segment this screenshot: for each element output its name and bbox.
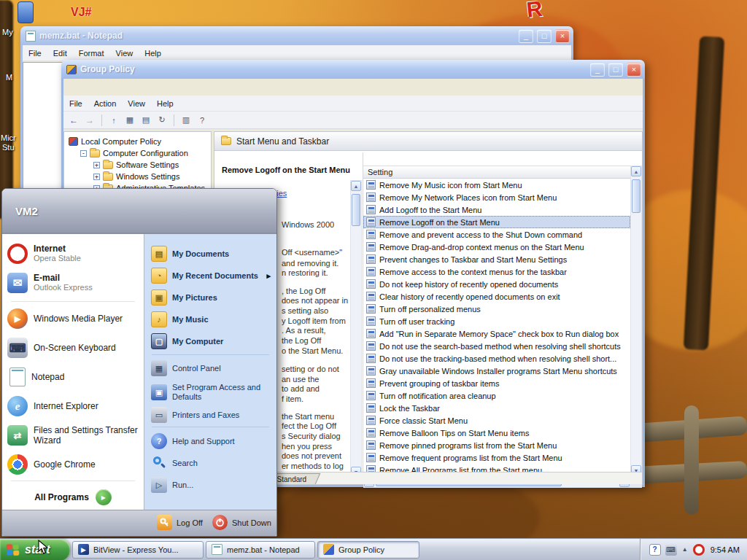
start-button[interactable]: start bbox=[0, 539, 70, 560]
taskbar-task-bitview[interactable]: ▶ BitView - Express You... bbox=[72, 541, 204, 559]
back-icon[interactable]: ← bbox=[66, 113, 81, 128]
scroll-up-icon[interactable]: ▲ bbox=[351, 181, 361, 191]
maximize-button[interactable]: □ bbox=[537, 29, 551, 43]
export-list-icon[interactable]: ▥ bbox=[179, 113, 193, 128]
help-icon[interactable]: ? bbox=[195, 113, 209, 128]
start-item-email[interactable]: ✉ E-mailOutlook Express bbox=[7, 269, 141, 297]
scrollbar-thumb[interactable] bbox=[352, 194, 360, 226]
start-item-control-panel[interactable]: ▦ Control Panel bbox=[151, 358, 272, 378]
setting-row[interactable]: Clear history of recently opened documen… bbox=[363, 290, 630, 303]
shut-down-button[interactable]: Shut Down bbox=[212, 515, 271, 530]
setting-row[interactable]: Remove and prevent access to the Shut Do… bbox=[363, 228, 630, 241]
menu-help[interactable]: Help bbox=[139, 45, 167, 61]
setting-row-selected[interactable]: Remove Logoff on the Start Menu bbox=[363, 216, 630, 228]
tree-item-local-computer-policy[interactable]: Local Computer Policy bbox=[64, 136, 211, 147]
menu-format[interactable]: Format bbox=[73, 45, 110, 61]
description-scrollbar[interactable]: ▲ ▼ bbox=[350, 180, 362, 472]
setting-row[interactable]: Remove My Network Places icon from Start… bbox=[363, 191, 630, 203]
tree-item-computer-configuration[interactable]: -Computer Configuration bbox=[64, 147, 211, 159]
start-item-run[interactable]: ▷ Run... bbox=[151, 475, 272, 495]
log-off-button[interactable]: Log Off bbox=[157, 515, 203, 530]
desktop-icon-label[interactable]: Stu bbox=[2, 143, 15, 152]
setting-row[interactable]: Remove pinned programs list from the Sta… bbox=[363, 439, 630, 451]
minimize-button[interactable]: _ bbox=[590, 63, 605, 77]
start-item-my-pictures[interactable]: ▣ My Pictures bbox=[151, 287, 272, 308]
desktop-icon-label[interactable]: My bbox=[2, 28, 13, 36]
tree-item-software-settings[interactable]: +Software Settings bbox=[64, 159, 211, 171]
setting-row[interactable]: Turn off user tracking bbox=[363, 315, 630, 327]
maximize-button[interactable]: □ bbox=[608, 63, 623, 77]
menu-help[interactable]: Help bbox=[151, 96, 179, 112]
scroll-down-icon[interactable]: ▼ bbox=[351, 467, 361, 472]
menu-view[interactable]: View bbox=[122, 96, 151, 112]
start-item-files-settings-transfer-wizard[interactable]: ⇄ Files and Settings Transfer Wizard bbox=[7, 421, 141, 450]
setting-row[interactable]: Remove My Music icon from Start Menu bbox=[363, 179, 630, 191]
setting-column-header[interactable]: Setting bbox=[363, 166, 630, 179]
settings-vertical-scrollbar[interactable]: ▲ ▼ bbox=[630, 166, 642, 476]
scroll-up-icon[interactable]: ▲ bbox=[631, 166, 641, 176]
setting-row[interactable]: Do not use the tracking-based method whe… bbox=[363, 352, 630, 365]
setting-row[interactable]: Remove Drag-and-drop context menus on th… bbox=[363, 241, 630, 253]
tree-item-windows-settings[interactable]: +Windows Settings bbox=[64, 171, 211, 182]
tray-device-icon[interactable]: ⌨ bbox=[665, 544, 677, 556]
start-item-internet[interactable]: InternetOpera Stable bbox=[7, 240, 141, 268]
menu-action[interactable]: Action bbox=[88, 96, 123, 112]
close-button[interactable]: × bbox=[627, 63, 641, 77]
setting-row[interactable]: Prevent grouping of taskbar items bbox=[363, 377, 630, 389]
setting-row[interactable]: Add "Run in Separate Memory Space" check… bbox=[363, 327, 630, 340]
setting-row[interactable]: Do not keep history of recently opened d… bbox=[363, 278, 630, 290]
scrollbar-thumb[interactable] bbox=[632, 179, 640, 213]
expand-icon[interactable]: + bbox=[93, 162, 100, 168]
menu-file[interactable]: File bbox=[23, 45, 47, 61]
setting-row[interactable]: Remove Balloon Tips on Start Menu items bbox=[363, 427, 630, 439]
show-console-tree-icon[interactable]: ▦ bbox=[123, 113, 137, 128]
taskbar-task-notepad[interactable]: memz.bat - Notepad bbox=[206, 541, 315, 559]
refresh-icon[interactable]: ↻ bbox=[155, 113, 169, 128]
desktop-icon-roblox[interactable]: R bbox=[525, 0, 543, 23]
setting-row[interactable]: Force classic Start Menu bbox=[363, 414, 630, 427]
setting-row[interactable]: Prevent changes to Taskbar and Start Men… bbox=[363, 253, 630, 265]
all-programs-button[interactable]: All Programs ▸ bbox=[2, 486, 144, 508]
desktop-icon-label[interactable]: Micr bbox=[1, 133, 16, 142]
expand-icon[interactable]: + bbox=[93, 174, 100, 180]
setting-row[interactable]: Add Logoff to the Start Menu bbox=[363, 203, 630, 216]
notepad-titlebar[interactable]: memz.bat - Notepad _ □ × bbox=[20, 26, 573, 45]
start-item-my-recent-documents[interactable]: ◔ My Recent Documents ▸ bbox=[151, 265, 272, 286]
setting-row[interactable]: Remove frequent programs list from the S… bbox=[363, 451, 630, 464]
start-item-help-and-support[interactable]: ? Help and Support bbox=[151, 431, 272, 451]
menu-view[interactable]: View bbox=[110, 45, 139, 61]
start-item-set-program-access[interactable]: ▣ Set Program Access and Defaults bbox=[151, 378, 272, 406]
setting-row[interactable]: Turn off personalized menus bbox=[363, 303, 630, 315]
close-button[interactable]: × bbox=[555, 29, 570, 43]
start-item-internet-explorer[interactable]: e Internet Explorer bbox=[7, 394, 141, 418]
desktop-icon-vj[interactable]: VJ# bbox=[71, 6, 91, 19]
minimize-button[interactable]: _ bbox=[519, 29, 533, 43]
setting-row[interactable]: Lock the Taskbar bbox=[363, 402, 630, 414]
desktop-icon-label[interactable]: M bbox=[6, 73, 12, 82]
desktop-icon[interactable] bbox=[18, 1, 34, 23]
start-item-google-chrome[interactable]: Google Chrome bbox=[7, 453, 141, 476]
setting-row[interactable]: Do not use the search-based method when … bbox=[363, 340, 630, 352]
start-item-my-documents[interactable]: ▤ My Documents bbox=[151, 244, 272, 264]
start-item-printers-and-faxes[interactable]: ▭ Printers and Faxes bbox=[151, 405, 272, 425]
tray-opera-icon[interactable] bbox=[693, 544, 705, 556]
taskbar-task-group-policy[interactable]: Group Policy bbox=[317, 541, 419, 559]
start-item-search[interactable]: Search bbox=[151, 453, 272, 473]
start-item-notepad[interactable]: Notepad bbox=[7, 365, 141, 389]
start-item-my-computer[interactable]: ▢ My Computer bbox=[151, 331, 272, 351]
setting-row[interactable]: Remove access to the context menus for t… bbox=[363, 265, 630, 278]
group-policy-titlebar[interactable]: Group Policy _ □ × bbox=[61, 60, 645, 79]
tray-hidden-icons-icon[interactable]: ▲ bbox=[681, 544, 689, 556]
tray-help-icon[interactable]: ? bbox=[649, 544, 661, 556]
up-one-level-icon[interactable]: ↑ bbox=[107, 113, 121, 128]
start-item-my-music[interactable]: ♪ My Music bbox=[151, 309, 272, 330]
setting-row[interactable]: Turn off notification area cleanup bbox=[363, 389, 630, 402]
menu-edit[interactable]: Edit bbox=[47, 45, 73, 61]
properties-icon[interactable]: ▤ bbox=[139, 113, 153, 128]
start-item-on-screen-keyboard[interactable]: ⌨ On-Screen Keyboard bbox=[7, 336, 141, 359]
taskbar-clock[interactable]: 9:54 AM bbox=[711, 545, 740, 554]
menu-file[interactable]: File bbox=[63, 96, 88, 112]
collapse-icon[interactable]: - bbox=[80, 150, 87, 157]
forward-icon[interactable]: → bbox=[82, 113, 97, 128]
setting-row[interactable]: Gray unavailable Windows Installer progr… bbox=[363, 365, 630, 377]
